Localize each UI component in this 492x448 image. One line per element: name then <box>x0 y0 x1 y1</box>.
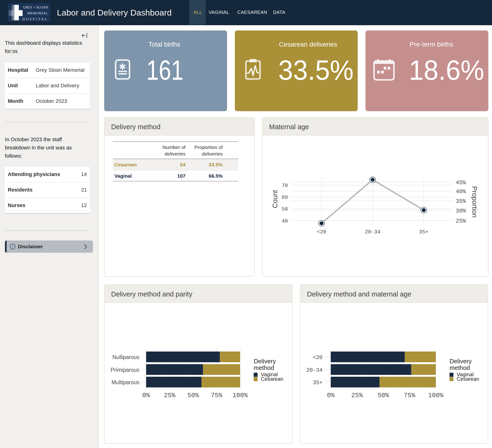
svg-text:45%: 45% <box>456 179 466 186</box>
svg-text:20-34: 20-34 <box>365 229 380 235</box>
svg-text:Delivery: Delivery <box>254 358 276 365</box>
svg-text:75%: 75% <box>404 392 415 399</box>
svg-text:HOSPITAL: HOSPITAL <box>22 17 48 21</box>
svg-text:25%: 25% <box>456 218 466 224</box>
svg-text:MEMORIAL: MEMORIAL <box>27 11 48 15</box>
svg-text:35%: 35% <box>456 198 466 204</box>
svg-text:40: 40 <box>282 218 288 224</box>
svg-text:<20: <20 <box>317 229 326 235</box>
svg-text:0%: 0% <box>327 392 335 399</box>
svg-text:60: 60 <box>282 195 288 200</box>
svg-text:Count: Count <box>271 190 279 208</box>
svg-text:25%: 25% <box>351 392 363 399</box>
svg-text:50: 50 <box>282 206 288 212</box>
svg-text:Delivery: Delivery <box>450 358 472 365</box>
svg-text:Proportion: Proportion <box>471 186 478 218</box>
svg-text:<20: <20 <box>313 355 322 361</box>
svg-text:method: method <box>254 364 274 371</box>
svg-text:70: 70 <box>282 183 288 189</box>
svg-text:Cesarean: Cesarean <box>261 376 283 382</box>
svg-text:Nulliparous: Nulliparous <box>113 354 140 360</box>
svg-text:50%: 50% <box>378 392 389 399</box>
svg-text:25%: 25% <box>164 392 175 399</box>
svg-text:75%: 75% <box>211 392 223 399</box>
svg-text:Multiparous: Multiparous <box>112 379 140 385</box>
svg-text:20-34: 20-34 <box>306 367 322 373</box>
svg-text:40%: 40% <box>456 189 466 195</box>
svg-text:Primiparous: Primiparous <box>111 367 140 373</box>
svg-text:Cesarean: Cesarean <box>457 376 479 382</box>
svg-text:35+: 35+ <box>313 380 322 386</box>
svg-text:GREY + SLOAN: GREY + SLOAN <box>23 5 48 9</box>
svg-text:50%: 50% <box>187 392 199 399</box>
svg-text:method: method <box>450 364 470 371</box>
svg-text:0%: 0% <box>142 392 150 399</box>
svg-text:100%: 100% <box>428 392 444 399</box>
svg-text:i: i <box>12 244 13 249</box>
svg-text:100%: 100% <box>233 392 248 399</box>
svg-text:35+: 35+ <box>419 229 429 235</box>
svg-text:30%: 30% <box>456 208 466 214</box>
